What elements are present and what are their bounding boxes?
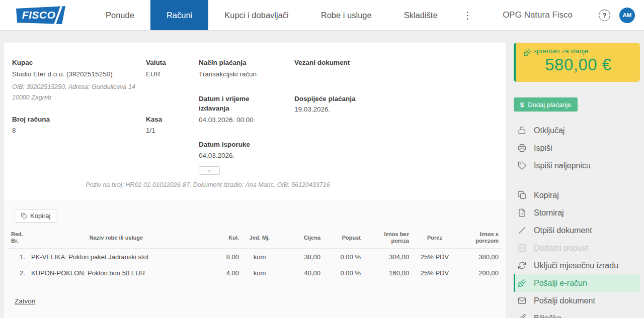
tag-icon <box>517 161 527 170</box>
action-biljeske[interactable]: Bilješke <box>514 309 640 318</box>
vezani-dokument-label: Vezani dokument <box>294 58 350 67</box>
actions-list: Otključaj Ispiši Ispiši naljepnicu Kopir… <box>514 122 640 318</box>
nacin-placanja-value: Transakcijski račun <box>199 70 257 78</box>
table-row[interactable]: 1. PK-VELIKA: Poklon paket Jadranski sto… <box>8 249 502 265</box>
broj-racuna-value: 8 <box>12 127 16 134</box>
table-row[interactable]: 2. KUPON-POKLON: Poklon bon 50 EUR 4.00 … <box>8 265 502 281</box>
mail-icon <box>517 296 527 305</box>
action-label: Otpiši dokument <box>534 226 592 235</box>
actions-sidebar: spreman za slanje 580,00 € $ Dodaj plaća… <box>514 43 640 318</box>
chevron-down-icon <box>206 168 212 174</box>
action-label: Dodatni popust <box>534 244 588 253</box>
printer-icon <box>517 143 527 153</box>
cell-iznos-s-porezom: 380,00 <box>457 249 502 265</box>
action-label: Otključaj <box>534 126 565 135</box>
items-table-viewport[interactable]: Red. Br. Naziv robe ili usluge Kol. Jed.… <box>8 229 502 287</box>
plug-icon <box>523 48 530 55</box>
cell-popust: 0.00 % <box>324 249 364 265</box>
cell-jed-mj: kom <box>242 265 277 281</box>
datum-isporuke-label: Datum isporuke <box>199 140 250 149</box>
close-link[interactable]: Zatvori <box>15 297 35 305</box>
invoice-details-panel: Kupac Studio Eter d.o.o. (39202515250) O… <box>4 43 506 200</box>
action-storniraj[interactable]: Storniraj <box>514 204 640 222</box>
cell-jed-mj: kom <box>242 249 277 265</box>
cell-red-br: 2. <box>8 265 28 281</box>
header-red-br: Red. Br. <box>8 229 28 249</box>
invoice-total-amount: 580,00 € <box>523 55 634 74</box>
note-pen-icon <box>517 313 527 318</box>
fisco-logo-text: FISCO <box>22 9 60 21</box>
action-otpisi-dokument[interactable]: Otpiši dokument <box>514 222 640 239</box>
kupac-label: Kupac <box>12 58 33 67</box>
cell-cijena: 38,00 <box>277 249 324 265</box>
copy-icon <box>21 213 27 219</box>
status-card: spreman za slanje 580,00 € <box>514 43 640 82</box>
user-avatar[interactable]: AM <box>619 8 635 23</box>
action-posalji-dokument[interactable]: Pošalji dokument <box>514 292 640 309</box>
expand-details-button[interactable] <box>199 166 220 175</box>
broj-racuna-label: Broj računa <box>12 115 50 124</box>
action-kopiraj[interactable]: Kopiraj <box>514 186 640 204</box>
cell-porez: 25% PDV <box>412 265 457 281</box>
action-label: Ispiši naljepnicu <box>534 161 591 170</box>
dollar-icon: $ <box>520 101 524 109</box>
totals-row: Iznos bez poreza 464,00 € <box>8 281 502 287</box>
tab-kupci-i-dobavljaci[interactable]: Kupci i dobavljači <box>208 0 305 30</box>
header-jed-mj: Jed. Mj. <box>242 229 277 249</box>
cell-naziv: KUPON-POKLON: Poklon bon 50 EUR <box>28 265 204 281</box>
add-payment-button[interactable]: $ Dodaj plaćanje <box>514 97 578 112</box>
copy-icon <box>517 190 527 200</box>
valuta-value: EUR <box>146 70 160 78</box>
total-value: 464,00 € <box>457 281 502 287</box>
tab-ponude[interactable]: Ponude <box>90 0 150 30</box>
header-cijena: Cijena <box>277 229 324 249</box>
help-icon[interactable]: ? <box>599 10 610 21</box>
copy-items-button[interactable]: Kopiraj <box>15 209 56 223</box>
cell-naziv: PK-VELIKA: Poklon paket Jadranski stol <box>28 249 204 265</box>
action-label: Pošalji e-račun <box>534 279 587 288</box>
action-ispisi[interactable]: Ispiši <box>514 139 640 157</box>
action-posalji-e-racun[interactable]: Pošalji e-račun <box>514 274 640 292</box>
main-nav-tabs: Ponude Računi Kupci i dobavljači Robe i … <box>90 0 481 30</box>
status-badge: spreman za slanje <box>533 47 589 55</box>
datum-isporuke-value: 04.03.2026. <box>199 152 234 159</box>
fisco-logo[interactable]: FISCO <box>16 6 65 24</box>
items-table: Red. Br. Naziv robe ili usluge Kol. Jed.… <box>8 229 502 287</box>
top-navbar: FISCO Ponude Računi Kupci i dobavljači R… <box>0 0 644 30</box>
cell-iznos-s-porezom: 200,00 <box>457 265 502 281</box>
action-label: Kopiraj <box>534 191 559 200</box>
action-ukljuci-mjesecnu-izradu[interactable]: Uključi mjesečnu izradu <box>514 257 640 274</box>
dospijece-label: Dospijeće plaćanja <box>294 94 356 103</box>
tab-racuni[interactable]: Računi <box>150 0 208 30</box>
file-minus-icon <box>517 208 527 218</box>
tab-skladiste[interactable]: Skladište <box>388 0 454 30</box>
cell-porez: 25% PDV <box>412 249 457 265</box>
tab-robe-i-usluge[interactable]: Robe i usluge <box>305 0 388 30</box>
total-label: Iznos bez poreza <box>8 281 412 287</box>
action-ispisi-naljepnicu[interactable]: Ispiši naljepnicu <box>514 157 640 174</box>
refresh-icon <box>517 261 527 270</box>
header-naziv: Naziv robe ili usluge <box>28 229 204 249</box>
cell-iznos-bez-poreza: 304,00 <box>364 249 412 265</box>
kupac-value: Studio Eter d.o.o. (39202515250) <box>12 70 113 78</box>
action-label: Pošalji dokument <box>534 296 595 305</box>
items-table-header-row: Red. Br. Naziv robe ili usluge Kol. Jed.… <box>8 229 502 249</box>
nacin-placanja-label: Način plaćanja <box>199 58 247 67</box>
cell-popust: 0.00 % <box>324 265 364 281</box>
cell-red-br: 1. <box>8 249 28 265</box>
unlock-icon <box>517 126 527 135</box>
topbar-right: OPG Natura Fisco ? AM <box>503 8 639 23</box>
action-otkljucaj[interactable]: Otključaj <box>514 122 640 139</box>
header-iznos-bez-poreza: Iznos bez poreza <box>364 229 412 249</box>
cell-iznos-bez-poreza: 160,00 <box>364 265 412 281</box>
invoice-items-section: Kopiraj Red. Br. Naziv robe ili usluge K… <box>4 200 506 318</box>
organization-name: OPG Natura Fisco <box>503 10 573 20</box>
cell-kol: 8.00 <box>204 249 242 265</box>
action-label: Uključi mjesečnu izradu <box>534 261 618 270</box>
copy-items-button-label: Kopiraj <box>30 212 50 220</box>
cell-cijena: 40,00 <box>277 265 324 281</box>
document-footnote: Poziv na broj: HR01 01-01012026-87, Doku… <box>4 181 412 188</box>
kasa-value: 1/1 <box>146 127 155 134</box>
more-menu-icon[interactable]: ⋮ <box>454 0 481 30</box>
datum-izdavanja-label: Datum i vrijeme izdavanja <box>199 94 264 113</box>
